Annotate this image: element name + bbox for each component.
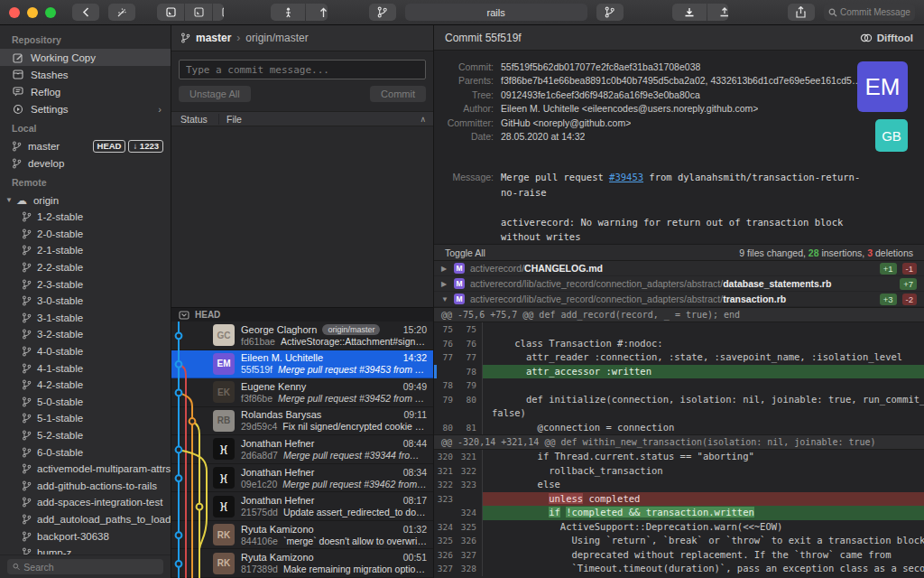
create-branch-icon[interactable]	[596, 4, 624, 21]
sidebar-remote-branch[interactable]: 1-2-stable	[0, 209, 171, 226]
sidebar-remote-branch[interactable]: 3-0-stable	[0, 293, 171, 310]
diff-code: false)	[483, 406, 924, 421]
diff-line: 7676 class Transaction #:nodoc:	[434, 337, 924, 351]
commit-row[interactable]: }{ Jonathan Hefner 08:17 21575dd Update …	[171, 492, 433, 521]
sidebar-search-input[interactable]	[23, 562, 158, 573]
old-line-number: 324	[434, 520, 458, 535]
sidebar-remote-branch[interactable]: 6-0-stable	[0, 443, 171, 461]
commit-button[interactable]: Commit	[370, 86, 426, 102]
sidebar-remote-branch[interactable]: add-github-actions-to-rails	[0, 478, 171, 495]
stage-person-icon[interactable]	[271, 4, 305, 21]
sidebar-remote-branch[interactable]: 5-0-stable	[0, 394, 171, 411]
commit-row[interactable]: EM Eileen M. Uchitelle 14:32 55f519f Mer…	[171, 350, 433, 379]
unstage-all-button[interactable]: Unstage All	[179, 86, 251, 102]
old-line-number: 325	[434, 534, 458, 548]
branch-badge: origin/master	[322, 324, 380, 335]
insertions-badge: +1	[880, 263, 897, 275]
sidebar-remote-branch[interactable]: 3-1-stable	[0, 310, 171, 327]
staged-files-area	[171, 126, 433, 307]
chevron-icon[interactable]: ▼	[441, 295, 448, 303]
sidebar-remote-branch[interactable]: 2-1-stable	[0, 242, 171, 259]
diff-code: unless completed	[483, 492, 924, 507]
sidebar-remote-branch[interactable]: 4-1-stable	[0, 359, 171, 377]
message-label: Message:	[434, 170, 494, 244]
share-icon[interactable]	[788, 4, 815, 21]
branch-label: 6-0-stable	[37, 447, 83, 458]
column-file[interactable]: File	[219, 114, 420, 125]
commit-row[interactable]: }{ Jonathan Hefner 08:34 09e1c20 Merge p…	[171, 464, 433, 493]
commit-search-input[interactable]	[840, 7, 910, 17]
avatar: RK	[213, 524, 235, 545]
sidebar-remote-branch[interactable]: 2-3-stable	[0, 275, 171, 293]
current-branch[interactable]: master	[196, 32, 231, 44]
chevron-icon[interactable]: ▶	[441, 265, 448, 273]
column-status[interactable]: Status	[171, 114, 219, 125]
new-line-number: 322	[458, 464, 483, 479]
commit-row[interactable]: RB Rolandas Barysas 09:11 29d59c4 Fix ni…	[171, 407, 433, 436]
minimize-window-button[interactable]	[27, 7, 38, 18]
back-button[interactable]	[72, 4, 99, 21]
pull-icon[interactable]	[672, 4, 707, 21]
layout-bottom-panel-button[interactable]	[185, 4, 212, 21]
commit-row[interactable]: }{ Jonathan Hefner 08:44 2d6a8d7 Merge p…	[171, 435, 433, 464]
file-row[interactable]: ▶ M activerecord/CHANGELOG.md +1 -1	[434, 261, 924, 275]
file-row[interactable]: ▼ M activerecord/lib/active_record/conne…	[434, 292, 924, 306]
sidebar-remote-branch[interactable]: activemodel-multiparam-attrs	[0, 461, 171, 478]
behind-badge: ↓ 1223	[128, 140, 163, 153]
upstream-branch[interactable]: origin/master	[245, 32, 308, 44]
sidebar-branch-master[interactable]: master HEAD ↓ 1223	[0, 137, 171, 154]
sidebar-item-stashes[interactable]: Stashes	[0, 66, 171, 83]
diff-code: Using `return`, `break` or `throw` to ex…	[483, 534, 924, 548]
merge-branch-icon[interactable]	[369, 4, 396, 21]
commit-message: Fix nil signed/encrypted cookie value wh…	[282, 421, 427, 432]
commit-message-input[interactable]	[179, 60, 426, 79]
quick-launch-icon[interactable]	[108, 4, 135, 21]
close-window-button[interactable]	[9, 7, 20, 18]
commit-row[interactable]: GC George Claghorn origin/master 15:20 f…	[171, 322, 433, 350]
push-icon[interactable]	[707, 4, 728, 21]
sidebar-remote-branch[interactable]: 4-0-stable	[0, 343, 171, 360]
sidebar-remote-branch[interactable]: add-spaces-integration-test	[0, 494, 171, 511]
unstage-arrow-up-icon[interactable]	[306, 4, 327, 21]
diff-line: 7879	[434, 378, 924, 393]
file-row[interactable]: ▶ M activerecord/lib/active_record/conne…	[434, 276, 924, 291]
commit-search-field[interactable]	[824, 4, 915, 21]
repo-title: rails	[487, 7, 505, 18]
sidebar-remote-branch[interactable]: 2-0-stable	[0, 226, 171, 243]
sidebar-item-settings[interactable]: Settings ›	[0, 100, 171, 117]
zoom-window-button[interactable]	[45, 7, 56, 18]
repo-title-field[interactable]: rails	[405, 4, 587, 21]
sidebar-remote-branch[interactable]: 3-2-stable	[0, 326, 171, 343]
collapse-icon[interactable]: ∧	[420, 115, 433, 124]
commit-row[interactable]: EK Eugene Kenny 09:49 f3f86be Merge pull…	[171, 378, 433, 407]
disclosure-triangle-icon[interactable]: ▼	[5, 196, 13, 204]
commit-row[interactable]: RK Ryuta Kamizono 01:32 844106e `merge` …	[171, 521, 433, 550]
commit-message: Merge pull request #39453 from dylanahsm…	[278, 364, 427, 375]
branch-icon	[22, 463, 32, 474]
fetch-push-group	[672, 4, 728, 21]
sidebar-remote-branch[interactable]: 4-2-stable	[0, 377, 171, 394]
commit-row[interactable]: RK Ryuta Kamizono 00:51 817389d Make rem…	[171, 549, 433, 578]
sidebar-remote-origin[interactable]: ▼ ☁ origin	[0, 191, 171, 209]
sidebar-item-label: Working Copy	[31, 52, 96, 63]
layout-left-panel-button[interactable]	[157, 4, 184, 21]
chevron-icon[interactable]: ▶	[441, 280, 448, 288]
sidebar-item-working-copy[interactable]: Working Copy	[0, 49, 171, 66]
branch-label: 5-2-stable	[37, 430, 83, 441]
commit-message: Make remaining migration options to kwar…	[283, 564, 427, 574]
sidebar-search-field[interactable]	[7, 559, 163, 574]
sidebar-remote-branch[interactable]: 5-2-stable	[0, 427, 171, 444]
branch-label: 4-0-stable	[37, 346, 83, 357]
sidebar-remote-branch[interactable]: 5-1-stable	[0, 410, 171, 427]
new-line-number: 325	[458, 520, 483, 535]
sidebar-branch-develop[interactable]: develop	[0, 154, 171, 172]
sidebar-remote-branch[interactable]: add_autoload_paths_to_load_…	[0, 511, 171, 528]
difftool-button[interactable]: Difftool	[860, 33, 913, 43]
toggle-all-button[interactable]: Toggle All	[445, 247, 485, 258]
commit-time: 14:32	[403, 352, 427, 363]
sidebar-remote-branch[interactable]: 2-2-stable	[0, 259, 171, 276]
sidebar-remote-branch[interactable]: backport-30638	[0, 527, 171, 545]
layout-right-panel-button[interactable]	[213, 4, 224, 21]
sidebar-item-reflog[interactable]: Reflog	[0, 83, 171, 100]
diff-code: if !completed && transaction.written	[483, 506, 924, 520]
